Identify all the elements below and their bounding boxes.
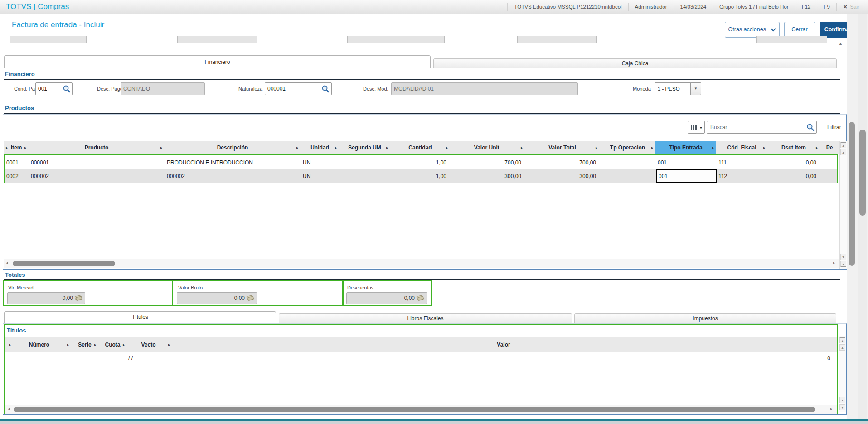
scroll-right-icon[interactable]: ▸ [830, 406, 833, 411]
other-actions-button[interactable]: Otras acciones [725, 22, 780, 38]
grid-cell[interactable] [7, 352, 71, 364]
close-button[interactable]: Cerrar [784, 22, 815, 38]
grid-cell[interactable] [821, 169, 840, 183]
grid-cell[interactable] [601, 156, 656, 169]
column-header-descripci-n[interactable]: Descripción [165, 141, 301, 154]
branch-info[interactable]: Grupo Totvs 1 / Filial Belo Hor [713, 3, 795, 11]
scroll-left-icon[interactable]: ◂ [6, 260, 8, 265]
grid-cell[interactable]: 001 [656, 156, 717, 169]
grid-cell[interactable]: 0002 [5, 169, 29, 183]
search-icon[interactable] [806, 123, 815, 131]
grid-cell[interactable]: 112 [717, 169, 768, 183]
grid-cell[interactable] [340, 169, 391, 183]
page-scrollbar-thumb[interactable] [849, 122, 855, 266]
search-input[interactable] [707, 121, 817, 134]
grid-cell[interactable]: 300,00 [526, 169, 601, 183]
grid-cell[interactable]: PRODUCCION E INTRODUCCION [165, 156, 301, 169]
column-header-valor-unit-[interactable]: Valor Unit. [450, 141, 525, 154]
column-header-vecto[interactable]: Vecto [127, 337, 170, 352]
column-header-dsct-item[interactable]: Dsct.Item [767, 141, 820, 154]
column-header-tipo-entrada[interactable]: Tipo Entrada [655, 141, 716, 154]
exit-button[interactable]: ✕Sair [836, 3, 866, 11]
other-actions-label: Otras acciones [728, 26, 766, 33]
grid-cell-editing[interactable]: 001 [656, 169, 717, 183]
scroll-up-icon[interactable]: ▲ [839, 41, 843, 46]
table-row[interactable]: 0001000001PRODUCCION E INTRODUCCIONUN1,0… [5, 156, 837, 169]
scroll-down-icon[interactable]: ▼ [840, 254, 846, 260]
column-header-segunda-um[interactable]: Segunda UM [339, 141, 390, 154]
column-sort-arrow-icon: ▸ [651, 141, 654, 154]
f12-key-button[interactable]: F12 [795, 3, 817, 11]
grid-cell[interactable]: 700,00 [526, 156, 601, 169]
vertical-scrollbar[interactable]: ▲ ▲ ▼ ▼ [839, 141, 847, 269]
column-header-producto[interactable]: Producto [29, 141, 165, 154]
tab-impuestos[interactable]: Impuestos [574, 313, 836, 323]
column-sort-arrow-icon: ▸ [94, 337, 97, 352]
scroll-top-icon[interactable]: ▲ [840, 142, 846, 148]
grid-cell[interactable]: 1,00 [391, 169, 451, 183]
table-row[interactable]: 0002000002000002UN1,00300,00300,00001112… [5, 169, 837, 183]
grid-cell[interactable] [601, 169, 656, 183]
grid-cell[interactable]: 300,00 [451, 169, 526, 183]
horizontal-scrollbar[interactable]: ◂ ▸ [5, 405, 837, 414]
column-header-tp-operacion[interactable]: Tp.Operacion [600, 141, 655, 154]
naturaleza-lookup-icon[interactable] [321, 85, 330, 93]
grid-cell[interactable]: 700,00 [451, 156, 526, 169]
grid-cell[interactable]: 000002 [165, 169, 301, 183]
clipped-field[interactable] [10, 36, 87, 43]
column-header-unidad[interactable]: Unidad [301, 141, 339, 154]
window-scrollbar[interactable] [858, 14, 867, 419]
clipped-field[interactable] [756, 36, 827, 43]
scroll-top-icon[interactable]: ▲ [839, 337, 845, 343]
columns-icon [695, 125, 697, 130]
tab-libros-fiscales[interactable]: Libros Fiscales [279, 313, 572, 323]
grid-cell[interactable]: 111 [717, 156, 768, 169]
grid-cell[interactable]: 1,00 [391, 156, 451, 169]
grid-cell[interactable] [821, 156, 840, 169]
table-row[interactable]: / /0 [5, 352, 837, 364]
scrollbar-thumb[interactable] [14, 407, 815, 412]
scroll-up-icon[interactable]: ▲ [840, 149, 846, 155]
f9-key-button[interactable]: F9 [817, 3, 836, 11]
grid-cell[interactable]: 000002 [29, 169, 165, 183]
horizontal-scrollbar[interactable]: ◂ ▸ [4, 259, 839, 268]
column-header-n-mero[interactable]: Número [7, 337, 71, 352]
column-picker-button[interactable]: ▼ [688, 121, 705, 134]
clipped-field[interactable] [517, 36, 597, 43]
grid-cell[interactable]: / / [127, 352, 170, 364]
grid-cell[interactable] [71, 352, 98, 364]
scrollbar-thumb[interactable] [13, 261, 115, 266]
grid-cell[interactable] [98, 352, 127, 364]
scroll-left-icon[interactable]: ◂ [8, 406, 10, 411]
grid-cell[interactable] [340, 156, 391, 169]
grid-cell[interactable]: UN [301, 156, 340, 169]
filter-toggle[interactable]: Filtrar [827, 124, 841, 130]
grid-cell[interactable]: 0 [172, 352, 835, 364]
scroll-bottom-icon[interactable]: ▼ [840, 261, 846, 267]
moneda-dropdown-button[interactable]: ▼ [690, 82, 701, 95]
scroll-bottom-icon[interactable]: ▼ [839, 404, 845, 410]
grid-cell[interactable]: 0001 [5, 156, 29, 169]
column-header-c-d-fiscal[interactable]: Cód. Fiscal [716, 141, 767, 154]
tab-titulos[interactable]: Títulos [4, 311, 276, 323]
grid-cell[interactable]: 000001 [29, 156, 165, 169]
column-header-valor[interactable]: Valor [172, 337, 835, 352]
grid-cell[interactable]: UN [301, 169, 340, 183]
clipped-field[interactable] [177, 36, 257, 43]
grid-cell[interactable]: 0,00 [768, 156, 821, 169]
cond-pago-lookup-icon[interactable] [63, 85, 71, 93]
grid-cell[interactable]: 0,00 [768, 169, 821, 183]
clipped-field[interactable] [347, 36, 445, 43]
vertical-scrollbar[interactable]: ▲ ▲ ▼ ▼ [839, 336, 846, 412]
window-scrollbar-thumb[interactable] [859, 130, 866, 216]
column-header-pe[interactable]: Pe [820, 141, 839, 154]
column-sort-arrow-icon: ▸ [168, 337, 170, 352]
scroll-up-icon[interactable]: ▲ [839, 344, 845, 351]
tab-financiero[interactable]: Financiero [4, 55, 431, 68]
scroll-down-icon[interactable]: ▼ [839, 397, 845, 403]
moneda-select[interactable]: 1 - PESO [655, 82, 691, 95]
scroll-right-icon[interactable]: ▸ [833, 260, 835, 265]
tab-caja-chica[interactable]: Caja Chica [433, 58, 837, 68]
column-header-cantidad[interactable]: Cantidad [390, 141, 450, 154]
column-header-valor-total[interactable]: Valor Total [525, 141, 600, 154]
